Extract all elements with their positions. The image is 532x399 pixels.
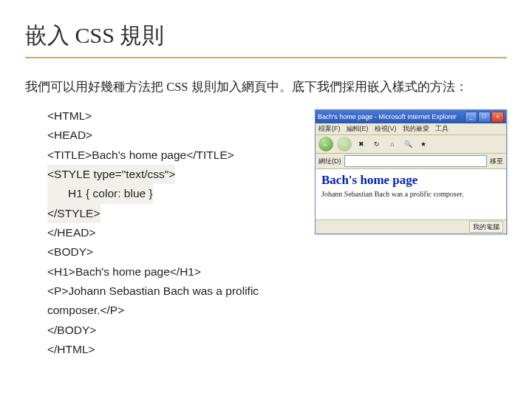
code-line: <HEAD> bbox=[47, 126, 307, 145]
status-zone: 我的電腦 bbox=[469, 221, 503, 233]
refresh-icon[interactable]: ↻ bbox=[371, 138, 383, 150]
browser-statusbar: 我的電腦 bbox=[316, 219, 506, 233]
menu-file[interactable]: 檔案(F) bbox=[318, 124, 341, 134]
address-label: 網址(D) bbox=[318, 157, 341, 166]
go-button[interactable]: 移至 bbox=[490, 157, 503, 166]
code-line: <HTML> bbox=[47, 106, 307, 126]
description-text: 我們可以用好幾種方法把 CSS 規則加入網頁中。底下我們採用嵌入樣式的方法： bbox=[25, 75, 507, 99]
page-paragraph: Johann Sebastian Bach was a prolific com… bbox=[321, 190, 500, 198]
search-icon[interactable]: 🔍 bbox=[402, 138, 414, 150]
page-heading: Bach's home page bbox=[321, 173, 500, 188]
code-line: </BODY> bbox=[47, 321, 307, 340]
minimize-button[interactable]: _ bbox=[465, 112, 477, 123]
maximize-button[interactable]: □ bbox=[478, 112, 491, 123]
home-icon[interactable]: ⌂ bbox=[386, 138, 398, 150]
code-line: <H1>Bach's home page</H1> bbox=[47, 262, 307, 282]
menu-tools[interactable]: 工具 bbox=[435, 124, 449, 134]
title-underline bbox=[25, 57, 507, 58]
menu-edit[interactable]: 編輯(E) bbox=[347, 124, 369, 134]
code-line: </HTML> bbox=[47, 340, 307, 359]
code-line: </HEAD> bbox=[47, 223, 307, 242]
browser-window: Bach's home page - Microsoft Internet Ex… bbox=[315, 109, 507, 234]
browser-content: Bach's home page Johann Sebastian Bach w… bbox=[316, 169, 506, 219]
code-line: <P>Johann Sebastian Bach was a prolific … bbox=[47, 282, 307, 321]
code-line-highlight: </STYLE> bbox=[47, 204, 100, 223]
browser-toolbar: ← → ✖ ↻ ⌂ 🔍 ★ bbox=[316, 135, 506, 154]
favorites-icon[interactable]: ★ bbox=[417, 138, 429, 150]
address-field[interactable] bbox=[344, 155, 488, 167]
slide-title: 嵌入 CSS 規則 bbox=[25, 21, 507, 55]
close-button[interactable]: × bbox=[491, 112, 504, 123]
back-button[interactable]: ← bbox=[318, 137, 333, 151]
code-line-highlight: <STYLE type="text/css"> bbox=[47, 165, 175, 184]
browser-addressbar: 網址(D) 移至 bbox=[316, 154, 506, 169]
code-line-highlight: H1 { color: blue } bbox=[47, 184, 153, 203]
menu-favorites[interactable]: 我的最愛 bbox=[403, 124, 429, 134]
browser-titlebar: Bach's home page - Microsoft Internet Ex… bbox=[316, 110, 506, 123]
browser-menubar: 檔案(F) 編輯(E) 檢視(V) 我的最愛 工具 bbox=[316, 123, 506, 135]
stop-icon[interactable]: ✖ bbox=[355, 138, 367, 150]
code-line: <TITLE>Bach's home page</TITLE> bbox=[47, 146, 307, 165]
forward-button[interactable]: → bbox=[337, 137, 352, 151]
menu-view[interactable]: 檢視(V) bbox=[375, 124, 397, 134]
code-block: <HTML> <HEAD> <TITLE>Bach's home page</T… bbox=[25, 106, 307, 359]
browser-title: Bach's home page - Microsoft Internet Ex… bbox=[318, 113, 457, 120]
code-line: <BODY> bbox=[47, 242, 307, 262]
